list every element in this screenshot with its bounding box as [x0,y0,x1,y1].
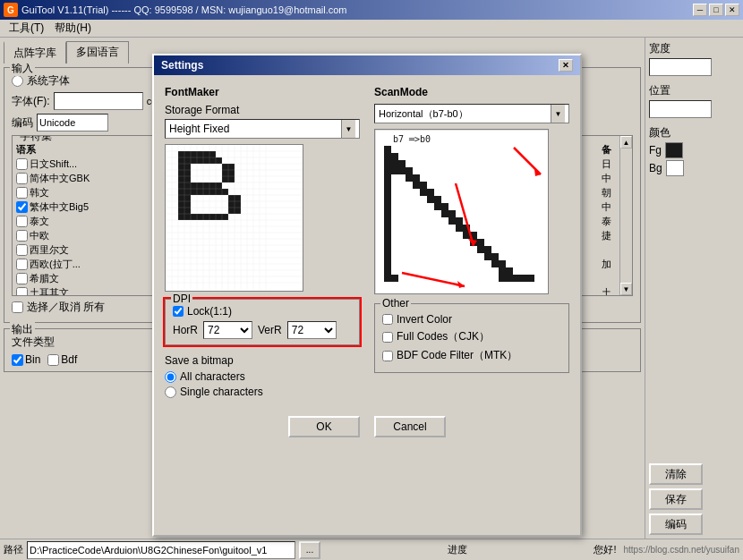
status-text: 您好! [594,543,616,556]
svg-rect-135 [384,232,391,239]
dialog-title-bar: Settings ✕ [154,55,580,75]
svg-rect-150 [384,267,391,275]
ok-button[interactable]: OK [288,416,360,437]
browse-button[interactable]: ... [299,541,320,559]
lang-checkbox-5[interactable] [16,230,28,242]
lang-checkbox-0[interactable] [16,158,28,170]
svg-rect-152 [506,267,513,275]
svg-rect-38 [209,189,216,195]
menu-tools[interactable]: 工具(T) [4,19,49,38]
invert-color-checkbox[interactable] [382,314,393,325]
single-char-row: Single characters [165,386,360,398]
scroll-down[interactable]: ▼ [620,283,632,295]
bdf-checkbox[interactable] [47,354,59,366]
svg-rect-9 [191,157,197,164]
scroll-up[interactable]: ▲ [620,136,632,148]
lang-checkbox-8[interactable] [16,273,28,284]
scanmode-select[interactable]: Horizontal（b7-b0） ▼ [374,104,569,123]
dialog-close-button[interactable]: ✕ [559,59,573,72]
full-codes-checkbox[interactable] [382,332,393,343]
fg-color-swatch[interactable] [665,142,683,158]
clear-button[interactable]: 清除 [649,463,703,485]
menu-help[interactable]: 帮助(H) [49,19,97,38]
svg-rect-158 [520,275,527,282]
svg-rect-55 [191,214,197,220]
svg-rect-110 [406,167,413,174]
width-label: 宽度 [649,41,739,56]
svg-rect-102 [384,153,391,160]
verr-select[interactable]: 72 96 120 [287,321,337,339]
svg-rect-12 [209,157,216,164]
bin-option: Bin [12,353,40,366]
path-input[interactable] [27,541,295,559]
bg-label: Bg [649,162,662,174]
storage-format-select[interactable]: Height Fixed ▼ [165,119,360,139]
lock-checkbox[interactable] [173,306,184,317]
single-char-radio[interactable] [165,386,176,398]
encode-button[interactable]: 编码 [649,513,703,535]
svg-rect-49 [178,208,184,214]
all-chars-radio[interactable] [165,371,176,383]
svg-rect-151 [499,267,506,275]
bg-row: Bg [649,160,739,176]
svg-rect-31 [209,182,216,189]
bg-color-swatch[interactable] [666,160,684,176]
svg-rect-123 [384,203,391,210]
tab-dotmatrix[interactable]: 点阵字库 [4,41,66,64]
lang-checkbox-2[interactable] [16,187,28,199]
lang-name-6: 西里尔文 [30,243,69,257]
bin-checkbox[interactable] [12,354,23,366]
lang-checkbox-9[interactable] [16,287,28,296]
dialog-main-row: FontMaker Storage Format Height Fixed ▼ [165,86,569,405]
tab-multilang[interactable]: 多国语言 [66,41,129,64]
svg-rect-28 [191,182,197,189]
all-chars-row: All characters [165,370,360,383]
select-all-checkbox[interactable] [12,301,23,313]
svg-rect-108 [391,167,398,174]
svg-rect-36 [197,189,203,195]
output-label: 输出 [10,322,35,337]
save-button[interactable]: 保存 [649,488,703,510]
bdf-label: Bdf [61,353,77,366]
svg-rect-114 [384,182,391,189]
encoding-input[interactable] [37,114,108,132]
svg-rect-20 [222,170,228,176]
svg-rect-26 [178,182,184,189]
lock-row: Lock(1:1) [173,305,352,318]
width-input[interactable] [649,58,712,76]
lang-checkbox-3[interactable] [16,201,28,213]
lang-checkbox-4[interactable] [16,216,28,227]
svg-rect-143 [484,246,491,253]
all-chars-label: All characters [180,370,245,383]
svg-rect-119 [427,189,434,196]
svg-rect-131 [456,217,463,225]
minimize-button[interactable]: ─ [693,4,707,16]
lang-checkbox-6[interactable] [16,244,28,256]
svg-rect-22 [178,176,184,182]
font-input[interactable] [54,92,143,110]
charset-scrollbar[interactable]: ▲ ▼ [619,136,632,295]
bdf-filter-checkbox[interactable] [382,351,393,361]
lang-name-7: 西欧(拉丁... [30,258,81,271]
lang-header-name: 语系 [16,143,36,157]
fontmaker-col: FontMaker Storage Format Height Fixed ▼ [165,86,360,405]
svg-rect-112 [406,174,413,182]
position-input[interactable] [649,100,712,118]
svg-rect-1 [178,151,184,157]
cancel-button[interactable]: Cancel [374,416,446,437]
svg-rect-145 [484,253,491,260]
maximize-button[interactable]: □ [709,4,723,16]
lang-checkbox-1[interactable] [16,173,28,184]
svg-rect-53 [178,214,184,220]
svg-rect-124 [434,203,441,210]
svg-rect-103 [391,153,398,160]
svg-rect-44 [235,195,241,201]
system-font-radio[interactable] [12,75,23,87]
dialog-title-text: Settings [161,59,559,72]
lang-checkbox-7[interactable] [16,259,28,270]
svg-rect-56 [197,214,203,220]
svg-rect-24 [222,176,228,182]
horr-select[interactable]: 72 96 120 [203,321,252,339]
progress-area: 进度 [320,543,594,556]
close-button[interactable]: ✕ [725,4,739,16]
